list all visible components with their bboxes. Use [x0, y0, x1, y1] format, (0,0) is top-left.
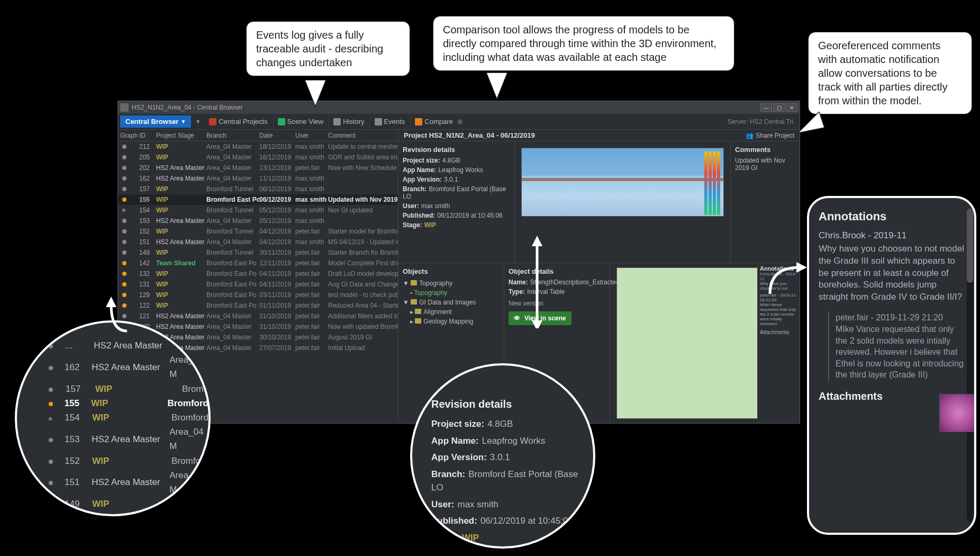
tree-node-alignment[interactable]: ▸ Alignment	[403, 307, 500, 317]
tree-node-gi-data[interactable]: ▼ GI Data and Images	[403, 298, 500, 307]
share-project-button[interactable]: 👥Share Project	[746, 132, 794, 139]
z2-ver-k: App Version:	[431, 452, 487, 462]
z2-user-v: max smith	[457, 499, 498, 509]
project-title: Project HS2_N1N2_Area_04 - 06/12/2019	[404, 131, 535, 139]
arrow-icon	[524, 233, 550, 330]
svg-marker-2	[532, 320, 542, 328]
revision-row[interactable]: 122WIPBromford East Po01/11/2019peter.fa…	[118, 300, 398, 311]
z2-stage-k: Stage:	[431, 533, 459, 543]
col-user[interactable]: User	[295, 132, 328, 139]
tree-node-geology-mapping[interactable]: ▸ Geology Mapping	[403, 317, 500, 326]
tree-node-topography[interactable]: ▼ Topography	[403, 279, 500, 288]
tree-node-topography-sub[interactable]: ▪ Topography	[403, 288, 500, 298]
revision-details-title: Revision details	[403, 146, 510, 154]
zoom-revision-row: 154WIPBromford	[49, 410, 208, 425]
compare-tab[interactable]: Compare⊗	[410, 115, 467, 128]
revision-row[interactable]: 152WIPBromford Tunnel04/12/2019peter.fai…	[118, 226, 398, 237]
scene-icon	[278, 118, 285, 125]
chevron-down-icon[interactable]: ▼	[192, 119, 204, 124]
project-size-value: 4.8GB	[442, 157, 460, 164]
revision-row[interactable]: 129WIPBromford East Po03/11/2019peter.fa…	[118, 290, 398, 300]
comments-title: Comments	[735, 146, 795, 154]
user-value: max smith	[421, 202, 450, 210]
revision-row[interactable]: 155WIPBromford East Po06/12/2019max smit…	[118, 194, 398, 205]
compare-icon	[415, 118, 422, 125]
tree-label: Topography	[419, 280, 452, 287]
z3-reply-author: peter.fair - 2019-11-29 21:20	[836, 312, 965, 324]
col-id[interactable]: ID	[139, 132, 156, 139]
revision-row[interactable]: 120HS2 Area MasterArea_04 Master31/10/20…	[118, 321, 398, 332]
revision-row[interactable]: 154WIPBromford Tunnel05/12/2019max smith…	[118, 205, 398, 216]
zoom-revision-row: 152WIPBromford	[49, 454, 208, 468]
z2-app-v: Leapfrog Works	[482, 436, 546, 446]
callout-tail-icon	[798, 112, 830, 144]
share-label: Share Project	[756, 132, 794, 139]
revision-row[interactable]: 149WIPBromford Tunnel30/11/2019peter.fai…	[118, 247, 398, 258]
close-button[interactable]: ✕	[786, 103, 797, 112]
central-projects-tab[interactable]: Central Projects	[205, 115, 271, 128]
tree-label: Alignment	[423, 308, 451, 316]
z2-size-v: 4.8GB	[487, 419, 513, 429]
events-tab[interactable]: Events	[370, 115, 410, 128]
central-browser-dropdown[interactable]: Central Browser ▼	[120, 115, 191, 128]
close-tab-icon[interactable]: ⊗	[457, 118, 463, 125]
compare-label: Compare	[424, 118, 452, 125]
zoom-revision-row: 149WIPBromford	[49, 497, 208, 511]
stage-key: Stage:	[403, 221, 422, 229]
revision-row[interactable]: 162HS2 Area MasterArea_04 Master11/12/20…	[118, 173, 398, 184]
col-date[interactable]: Date	[259, 132, 295, 139]
user-key: User:	[403, 202, 419, 210]
minimize-button[interactable]: —	[760, 103, 772, 112]
attachment-thumbnail[interactable]	[939, 394, 976, 432]
comment-text: Updated with Nov 2019 GI	[735, 157, 795, 172]
revision-row[interactable]: 151HS2 Area MasterArea_04 Master04/12/20…	[118, 237, 398, 247]
history-label: History	[343, 118, 364, 125]
revision-row[interactable]: 121HS2 Area MasterArea_04 Master31/10/20…	[118, 311, 398, 321]
stage-value: WIP	[424, 221, 437, 229]
col-stage[interactable]: Project Stage	[156, 132, 206, 139]
z2-app-k: App Name:	[431, 436, 479, 446]
app-name-key: App Name:	[403, 166, 436, 174]
callout-georeferenced-comments: Georeferenced comments with automatic no…	[808, 32, 972, 114]
history-tab[interactable]: History	[329, 115, 368, 128]
z2-ver-v: 3.0.1	[490, 452, 510, 462]
scene-view-tab[interactable]: Scene View	[273, 115, 328, 128]
folder-icon	[415, 318, 421, 324]
z2-pub-v: 06/12/2019 at 10:45:06	[480, 516, 573, 526]
revision-row[interactable]: 205WIPArea_04 Master16/12/2019max smithG…	[118, 152, 398, 163]
z2-stage-v: WIP	[462, 533, 479, 543]
app-name-value: Leapfrog Works	[438, 166, 483, 174]
central-browser-label: Central Browser	[125, 118, 178, 125]
zoom-revision-row: 151HS2 Area MasterArea_04 M	[49, 468, 208, 497]
published-key: Published:	[403, 212, 435, 219]
revision-row[interactable]: 157WIPBromford Tunnel06/12/2019max smith	[118, 184, 398, 194]
scrollbar-track[interactable]	[967, 209, 973, 522]
maximize-button[interactable]: ▢	[773, 103, 785, 112]
obj-type-key: Type:	[509, 288, 525, 295]
published-value: 06/12/2019 at 10:45:06	[437, 212, 502, 219]
col-graph[interactable]: Graph	[118, 132, 139, 139]
projects-icon	[209, 118, 216, 125]
col-comment[interactable]: Comment	[328, 132, 398, 139]
revision-row[interactable]: 202HS2 Area MasterArea_04 Master13/12/20…	[118, 163, 398, 173]
eye-icon: 👁	[514, 315, 521, 322]
branch-key: Branch:	[403, 185, 427, 193]
zoom-revision-row: 155WIPBromford	[49, 396, 208, 410]
scrollbar-thumb[interactable]	[967, 209, 973, 283]
zoom-revision-row: 153HS2 Area MasterArea_04 M	[49, 425, 208, 453]
toolbar: Central Browser ▼ ▼ Central Projects Sce…	[118, 114, 800, 130]
arrow-icon	[762, 254, 810, 303]
revision-row[interactable]: 132WIPBromford East Po04/11/2019peter.fa…	[118, 268, 398, 279]
app-icon	[120, 103, 129, 112]
col-branch[interactable]: Branch	[206, 132, 259, 139]
annot-attach: Attachments	[760, 329, 797, 335]
revision-row[interactable]: 212WIPArea_04 Master18/12/2019max smithU…	[118, 141, 398, 152]
revision-row[interactable]: 142Team SharedBromford East Po12/11/2019…	[118, 258, 398, 268]
revision-details-panel: Revision details Project size:4.8GB App …	[398, 141, 515, 263]
revision-row[interactable]: 153HS2 Area MasterArea_04 Master05/12/20…	[118, 216, 398, 226]
folder-icon	[415, 309, 421, 314]
folder-icon	[411, 280, 417, 285]
tree-label: Topography	[414, 289, 447, 297]
revision-row[interactable]: 131WIPBromford East Po04/11/2019peter.fa…	[118, 279, 398, 290]
callout-events-log: Events log gives a fully traceable audit…	[246, 21, 410, 76]
